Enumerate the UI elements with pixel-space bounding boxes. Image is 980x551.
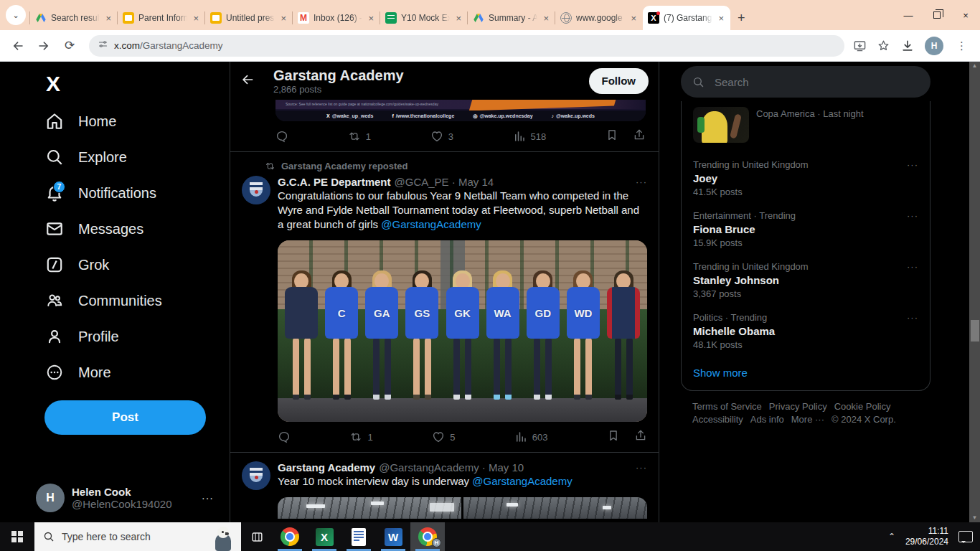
taskbar-chrome[interactable] xyxy=(273,522,307,551)
sports-hall-image-right[interactable] xyxy=(463,497,647,519)
sidebar-item-home[interactable]: Home xyxy=(44,103,230,139)
scroll-down-arrow[interactable]: ▼ xyxy=(972,515,978,521)
task-view-button[interactable] xyxy=(241,522,273,551)
tab-search-button[interactable]: ⌄ xyxy=(6,5,26,25)
account-menu-icon[interactable]: ··· xyxy=(202,492,214,504)
avatar[interactable] xyxy=(242,461,270,490)
x-logo[interactable]: X xyxy=(44,69,73,103)
like-button[interactable]: 5 xyxy=(432,430,455,443)
sports-hall-image-left[interactable] xyxy=(278,497,461,519)
scrollbar-thumb[interactable] xyxy=(971,320,979,342)
tab-summary[interactable]: Summary - A × xyxy=(468,6,555,30)
repost-button[interactable]: 1 xyxy=(348,130,371,143)
close-icon[interactable]: × xyxy=(542,13,550,24)
trend-item[interactable]: Entertainment · Trending Fiona Bruce 15.… xyxy=(682,204,930,255)
tab-search-result[interactable]: Search result × xyxy=(30,6,118,30)
author-meta[interactable]: @GarstangAcademy · May 10 xyxy=(379,461,524,474)
footer-link[interactable]: Terms of Service xyxy=(692,401,762,412)
search-bar[interactable]: Search xyxy=(681,66,930,98)
taskbar-word[interactable]: W xyxy=(376,522,410,551)
browser-profile-avatar[interactable]: H xyxy=(925,37,943,55)
sidebar-item-profile[interactable]: Profile xyxy=(44,319,230,354)
mention-link[interactable]: @GarstangAcademy xyxy=(381,218,481,230)
tweet-mock-interview[interactable]: Garstang Academy @GarstangAcademy · May … xyxy=(230,453,659,519)
avatar[interactable] xyxy=(242,176,270,204)
reply-button[interactable] xyxy=(278,430,291,443)
tab-y10-mock[interactable]: Y10 Mock Ex × xyxy=(380,6,468,30)
taskbar-clock[interactable]: 11:11 29/06/2024 xyxy=(905,526,948,547)
trend-menu-icon[interactable]: ··· xyxy=(907,312,918,323)
footer-link[interactable]: Cookie Policy xyxy=(834,401,891,412)
back-button[interactable] xyxy=(7,35,29,57)
repost-button[interactable]: 1 xyxy=(349,430,372,443)
close-icon[interactable]: × xyxy=(454,13,463,24)
sidebar-item-communities[interactable]: Communities xyxy=(44,283,230,319)
tab-google[interactable]: www.google × xyxy=(555,6,643,30)
trending-event[interactable]: Copa America · Last night xyxy=(682,101,930,153)
trend-item[interactable]: Trending in United Kingdom Stanley Johns… xyxy=(682,255,930,306)
follow-button[interactable]: Follow xyxy=(589,68,649,94)
scroll-up-arrow[interactable]: ▲ xyxy=(972,63,978,69)
account-switcher[interactable]: H Helen Cook @HelenCook194020 ··· xyxy=(36,484,214,512)
start-button[interactable] xyxy=(0,522,34,551)
bookmark-star-icon[interactable] xyxy=(877,39,890,52)
address-bar[interactable]: x.com/GarstangAcademy xyxy=(89,35,844,57)
page-scrollbar[interactable]: ▲ ▼ xyxy=(969,62,980,522)
like-button[interactable]: 3 xyxy=(430,130,453,143)
bookmark-button[interactable] xyxy=(607,429,620,445)
close-icon[interactable]: × xyxy=(192,13,200,24)
close-window-button[interactable]: × xyxy=(951,0,980,30)
forward-button[interactable] xyxy=(33,35,55,57)
close-icon[interactable]: × xyxy=(367,13,375,24)
sidebar-item-explore[interactable]: Explore xyxy=(44,139,230,175)
netball-team-photo[interactable]: C GA GS GK WA GD WD xyxy=(278,240,647,422)
author-name[interactable]: Garstang Academy xyxy=(278,461,375,474)
tweet-image-partial[interactable]: Source: See full reference list on guide… xyxy=(275,100,646,121)
close-icon[interactable]: × xyxy=(104,13,113,24)
close-icon[interactable]: × xyxy=(279,13,288,24)
author-meta[interactable]: @GCA_PE · May 14 xyxy=(395,176,494,188)
action-center-icon[interactable] xyxy=(958,531,973,542)
sidebar-item-grok[interactable]: Grok xyxy=(44,247,230,283)
bookmark-button[interactable] xyxy=(606,128,618,144)
minimize-button[interactable]: — xyxy=(894,0,923,30)
footer-link[interactable]: More ··· xyxy=(791,414,824,425)
footer-link[interactable]: Privacy Policy xyxy=(769,401,827,412)
views-button[interactable]: 603 xyxy=(514,430,548,443)
taskbar-document[interactable] xyxy=(341,522,376,551)
trend-menu-icon[interactable]: ··· xyxy=(907,210,918,221)
site-settings-icon[interactable] xyxy=(98,39,108,52)
sidebar-item-messages[interactable]: Messages xyxy=(44,211,230,247)
tray-chevron-icon[interactable]: ⌃ xyxy=(888,532,895,542)
share-button[interactable] xyxy=(633,128,646,144)
taskbar-search[interactable]: Type here to search xyxy=(34,522,241,551)
taskbar-excel[interactable]: X xyxy=(307,522,341,551)
tab-untitled-pres[interactable]: Untitled pres × xyxy=(205,6,293,30)
reply-button[interactable] xyxy=(275,130,288,143)
views-button[interactable]: 518 xyxy=(513,130,547,143)
trend-item[interactable]: Trending in United Kingdom Joey 41.5K po… xyxy=(682,153,930,204)
footer-link[interactable]: Ads info xyxy=(750,414,784,425)
new-tab-button[interactable]: + xyxy=(730,11,753,30)
share-button[interactable] xyxy=(634,429,647,445)
sidebar-item-more[interactable]: More xyxy=(44,354,230,390)
author-name[interactable]: G.C.A. PE Department xyxy=(278,176,391,188)
tab-garstang-active[interactable]: X (7) Garstang × xyxy=(643,6,730,30)
tweet-menu-icon[interactable]: ··· xyxy=(636,462,647,473)
tweet-image-pair[interactable] xyxy=(278,497,647,519)
trend-menu-icon[interactable]: ··· xyxy=(907,261,918,272)
footer-link[interactable]: Accessibility xyxy=(692,414,743,425)
trend-item[interactable]: Politics · Trending Michelle Obama 48.1K… xyxy=(682,306,930,357)
close-icon[interactable]: × xyxy=(629,13,638,24)
reload-button[interactable]: ⟳ xyxy=(59,35,80,57)
tweet-netball[interactable]: Garstang Academy reposted G.C.A. PE Depa… xyxy=(230,152,659,452)
restore-button[interactable] xyxy=(923,0,951,30)
close-icon[interactable]: × xyxy=(717,13,725,24)
chrome-menu-icon[interactable]: ⋮ xyxy=(953,39,970,52)
mention-link[interactable]: @GarstangAcademy xyxy=(472,475,572,487)
show-more-link[interactable]: Show more xyxy=(682,357,930,390)
downloads-icon[interactable] xyxy=(900,39,915,53)
post-button[interactable]: Post xyxy=(44,400,206,435)
tab-parent-inform[interactable]: Parent Inform × xyxy=(118,6,205,30)
tab-inbox[interactable]: M Inbox (126) - × xyxy=(293,6,380,30)
